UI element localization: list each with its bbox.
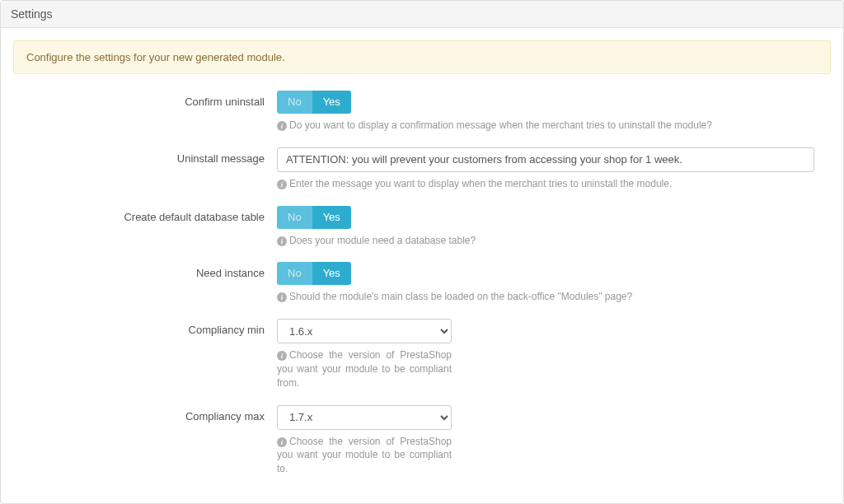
confirm-uninstall-label: Confirm uninstall xyxy=(13,91,277,108)
compliancy-max-label: Compliancy max xyxy=(13,405,277,422)
create-db-help: iDoes your module need a database table? xyxy=(277,234,814,248)
compliancy-min-select[interactable]: 1.6.x xyxy=(277,319,452,343)
info-icon: i xyxy=(277,292,287,302)
toggle-no[interactable]: No xyxy=(277,262,312,285)
uninstall-message-help: iEnter the message you want to display w… xyxy=(277,177,814,191)
info-icon: i xyxy=(277,236,287,246)
compliancy-max-help: iChoose the version of PrestaShop you wa… xyxy=(277,435,452,476)
confirm-uninstall-help: iDo you want to display a confirmation m… xyxy=(277,119,814,133)
config-alert: Configure the settings for your new gene… xyxy=(13,40,831,74)
need-instance-label: Need instance xyxy=(13,262,277,279)
toggle-yes[interactable]: Yes xyxy=(312,91,351,114)
need-instance-help: iShould the module's main class be loade… xyxy=(277,290,814,304)
panel-heading: Settings xyxy=(1,1,843,28)
info-icon: i xyxy=(277,351,287,361)
compliancy-min-label: Compliancy min xyxy=(13,319,277,336)
info-icon: i xyxy=(277,121,287,131)
uninstall-message-input[interactable] xyxy=(277,147,814,172)
confirm-uninstall-toggle[interactable]: No Yes xyxy=(277,91,351,114)
toggle-no[interactable]: No xyxy=(277,91,312,114)
compliancy-max-select[interactable]: 1.7.x xyxy=(277,405,452,430)
need-instance-toggle[interactable]: No Yes xyxy=(277,262,351,285)
toggle-yes[interactable]: Yes xyxy=(312,206,351,229)
info-icon: i xyxy=(277,437,287,447)
toggle-yes[interactable]: Yes xyxy=(312,262,351,285)
uninstall-message-label: Uninstall message xyxy=(13,147,277,165)
info-icon: i xyxy=(277,180,287,189)
create-db-label: Create default database table xyxy=(13,206,277,223)
create-db-toggle[interactable]: No Yes xyxy=(277,206,351,229)
compliancy-min-help: iChoose the version of PrestaShop you wa… xyxy=(277,348,452,390)
toggle-no[interactable]: No xyxy=(277,206,312,229)
